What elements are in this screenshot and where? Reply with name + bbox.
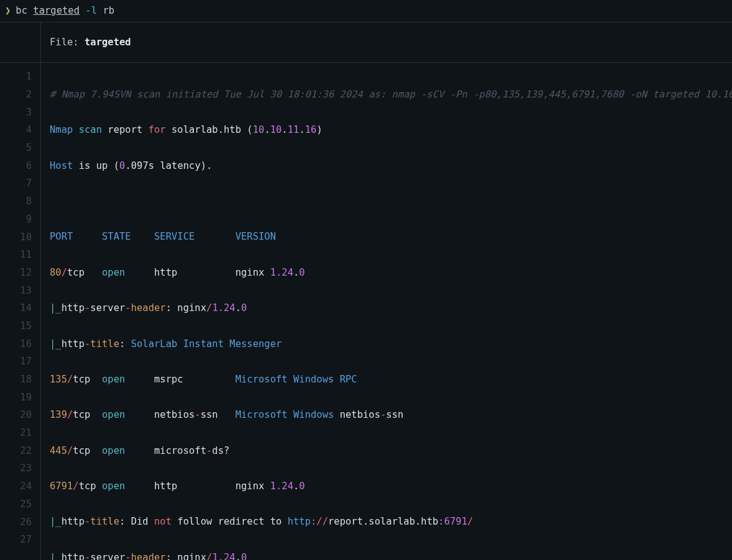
code-line: 135/tcp open msrpc Microsoft Windows RPC xyxy=(50,371,732,389)
code-line: Nmap scan report for solarlab.htb (10.10… xyxy=(50,121,732,139)
code-line: # Nmap 7.94SVN scan initiated Tue Jul 30… xyxy=(50,86,732,104)
code-line: |_http-server-header: nginx/1.24.0 xyxy=(50,549,732,560)
code-line: 6791/tcp open http nginx 1.24.0 xyxy=(50,477,732,495)
code-line: PORT STATE SERVICE VERSION xyxy=(50,228,732,246)
code-line: 80/tcp open http nginx 1.24.0 xyxy=(50,264,732,282)
file-label: File: xyxy=(50,37,85,48)
code-line: 139/tcp open netbios-ssn Microsoft Windo… xyxy=(50,406,732,424)
line-gutter: 1234567891011121314151617181920212223242… xyxy=(0,63,41,560)
command-prompt[interactable]: ❯ bc targeted -l rb xyxy=(0,0,732,22)
command-text: bc targeted -l rb xyxy=(16,2,114,20)
code-line: 445/tcp open microsoft-ds? xyxy=(50,442,732,460)
code-line: |_http-title: SolarLab Instant Messenger xyxy=(50,335,732,353)
code-line: |_http-server-header: nginx/1.24.0 xyxy=(50,299,732,317)
file-header: File: targeted xyxy=(0,22,732,63)
code-viewer[interactable]: 1234567891011121314151617181920212223242… xyxy=(0,63,732,560)
file-name: targeted xyxy=(85,37,131,48)
code-content[interactable]: # Nmap 7.94SVN scan initiated Tue Jul 30… xyxy=(41,63,732,560)
code-line: Host is up (0.097s latency). xyxy=(50,157,732,175)
prompt-symbol: ❯ xyxy=(5,2,11,20)
code-line: |_http-title: Did not follow redirect to… xyxy=(50,513,732,531)
